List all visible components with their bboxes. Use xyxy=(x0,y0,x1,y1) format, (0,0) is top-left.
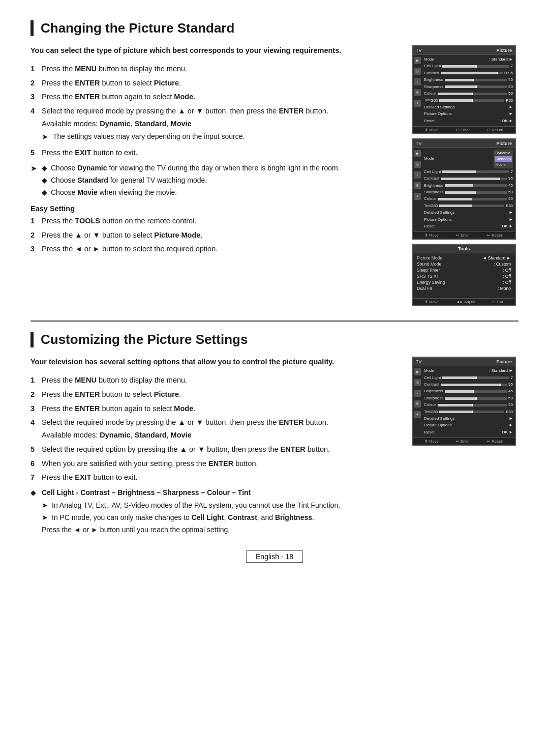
tools-screen: Tools Picture Mode ◄ Standard ► Sound Mo… xyxy=(412,244,516,306)
tv-row3-tint: Tint G50 R50 xyxy=(424,409,513,415)
tv-icon-3-1: ▶ xyxy=(414,368,421,375)
tv-icon-3: ♪ xyxy=(414,78,421,85)
section1-diamonds: ➤ ◆ Choose Dynamic for viewing the TV du… xyxy=(30,163,402,199)
tools-row-srs: SRS TS XT : Off xyxy=(417,274,511,279)
tv-screen-2: TV Picture ▶ ◎ ♪ ⚙ ✦ Mode Dynamic Sta xyxy=(412,138,516,240)
tv-row3-contrast: Contrast 95 xyxy=(424,382,513,388)
easy-step-1: 1 Press the TOOLS button on the remote c… xyxy=(30,216,402,227)
tools-row-sleeptimer: Sleep Timer : Off xyxy=(417,268,511,273)
tv-row2-celllight: Cell Light 7 xyxy=(424,169,513,175)
tv-row-tint: Tint G50 R50 xyxy=(424,97,513,103)
tv-screen-2-icons: ▶ ◎ ♪ ⚙ ✦ xyxy=(413,148,422,231)
tv-row2-pictureoptions: Picture Options ► xyxy=(424,217,513,223)
tv-screen-1-footer: ⬆ Move ↵ Enter ↩ Return xyxy=(413,126,515,133)
section2-left-col: Your television has several setting opti… xyxy=(30,357,402,537)
tv-icon-3-3: ♪ xyxy=(414,390,421,397)
tv-row3-pictureoptions: Picture Options ► xyxy=(424,422,513,428)
tv-row2-sharpness: Sharpness 50 xyxy=(424,189,513,195)
easy-setting-label: Easy Setting xyxy=(30,205,402,213)
s2-note2: ➤ In PC mode, you can only make changes … xyxy=(42,512,402,523)
tools-row-energysaving: Energy Saving : Off xyxy=(417,280,511,285)
tools-screen-body: Picture Mode ◄ Standard ► Sound Mode : C… xyxy=(413,253,515,298)
tv-icon-2: ◎ xyxy=(414,68,421,75)
tv-screen-1-header: TV Picture xyxy=(413,46,515,55)
tv-icon-2-1: ▶ xyxy=(414,150,421,157)
easy-step-2: 2 Press the ▲ or ▼ button to select Pict… xyxy=(30,230,402,241)
tools-row-soundmode: Sound Mode : Custom xyxy=(417,261,511,267)
tv-row2-tint: Tint G50 R50 xyxy=(424,203,513,209)
s2-step-4: 4 Select the required mode by pressing t… xyxy=(30,417,402,441)
tv-screen-1-icons: ▶ ◎ ♪ ⚙ ✦ xyxy=(413,55,422,126)
s2-note3: Press the ◄ or ► button until you reach … xyxy=(42,525,402,535)
tv-row-mode: Mode : Standard ► xyxy=(424,56,513,63)
easy-step-3: 3 Press the ◄ or ► button to select the … xyxy=(30,244,402,255)
tv-row-brightness: Brightness 45 xyxy=(424,77,513,83)
tv-screen-2-content: Mode Dynamic Standard Movie Cell Light 7 xyxy=(422,148,515,231)
section1-intro: You can select the type of picture which… xyxy=(30,45,402,56)
tv-icon-3-2: ◎ xyxy=(414,379,421,386)
tv-icon-2-3: ♪ xyxy=(414,171,421,179)
tv-row3-celllight: Cell Light 7 xyxy=(424,375,513,381)
tv-row-reset: Reset : OK ► xyxy=(424,118,513,124)
section2-right-col: TV Picture ▶ ◎ ♪ ⚙ ✦ Mode : Standard ► xyxy=(412,357,518,537)
tv-screen-3: TV Picture ▶ ◎ ♪ ⚙ ✦ Mode : Standard ► xyxy=(412,357,516,446)
tv-row3-mode: Mode : Standard ► xyxy=(424,368,513,374)
section1-title: Changing the Picture Standard xyxy=(30,20,518,36)
section1-right-col: TV Picture ▶ ◎ ♪ ⚙ ✦ Mode : Standard ► xyxy=(412,45,518,306)
tv-row-celllight: Cell Light 7 xyxy=(424,63,513,69)
tv-row-pictureoptions: Picture Options ► xyxy=(424,111,513,117)
tv-row2-brightness: Brightness 45 xyxy=(424,183,513,189)
section1-left-col: You can select the type of picture which… xyxy=(30,45,402,306)
tv-row-sharpness: Sharpness 50 xyxy=(424,84,513,90)
tv-row2-contrast: Contrast 95 xyxy=(424,176,513,182)
tv-screen-3-icons: ▶ ◎ ♪ ⚙ ✦ xyxy=(413,366,422,438)
tv-screen-1: TV Picture ▶ ◎ ♪ ⚙ ✦ Mode : Standard ► xyxy=(412,45,516,134)
tv-row3-colour: Colour 50 xyxy=(424,402,513,408)
tv-screen-1-body: ▶ ◎ ♪ ⚙ ✦ Mode : Standard ► Cell Light 7 xyxy=(413,55,515,126)
section1-steps: 1 Press the MENU button to display the m… xyxy=(30,64,402,159)
tv-icon-1: ▶ xyxy=(414,57,421,64)
s2-step-5: 5 Select the required option by pressing… xyxy=(30,444,402,455)
s2-step-1: 1 Press the MENU button to display the m… xyxy=(30,375,402,386)
tv-icon-2-4: ⚙ xyxy=(414,182,421,189)
tv-row3-reset: Reset : OK ► xyxy=(424,429,513,435)
tv-row3-detailed: Detailed Settings ► xyxy=(424,416,513,422)
s2-note1: ➤ In Analog TV, Ext., AV, S-Video modes … xyxy=(42,500,402,511)
tv-row-colour: Colour 50 xyxy=(424,91,513,97)
tv-screen-3-header: TV Picture xyxy=(413,358,515,366)
tv-icon-2-2: ◎ xyxy=(414,161,421,168)
step-1-2: 2 Press the ENTER button to select Pictu… xyxy=(30,78,402,89)
tv-screen-3-content: Mode : Standard ► Cell Light 7 Contrast … xyxy=(422,366,515,438)
s2-step-3: 3 Press the ENTER button again to select… xyxy=(30,403,402,415)
tools-screen-footer: ⬆ Move ◄► Adjust ↩ Exit xyxy=(413,298,515,305)
tv-row-contrast: Contrast D 95 xyxy=(424,70,513,76)
step-1-4: 4 Select the required mode by pressing t… xyxy=(30,106,402,144)
tv-screen-2-footer: ⬆ Move ↵ Enter ↩ Return xyxy=(413,231,515,239)
tv-row3-sharpness: Sharpness 50 xyxy=(424,395,513,401)
section2-diamond: ◆ Cell Light - Contrast – Brightness – S… xyxy=(30,487,402,535)
section2-steps: 1 Press the MENU button to display the m… xyxy=(30,375,402,483)
tv-screen-2-header: TV Picture xyxy=(413,139,515,148)
tv-row2-detailed: Detailed Settings ► xyxy=(424,210,513,216)
tv-icon-2-5: ✦ xyxy=(414,193,421,200)
step-1-3: 3 Press the ENTER button again to select… xyxy=(30,92,402,103)
tv-row2-reset: Reset : OK ► xyxy=(424,223,513,229)
section-divider xyxy=(30,321,518,322)
tv-row3-brightness: Brightness 45 xyxy=(424,388,513,394)
tv-icon-5: ✦ xyxy=(414,100,421,107)
s2-diamond1: ◆ Cell Light - Contrast – Brightness – S… xyxy=(30,487,402,498)
easy-setting-steps: 1 Press the TOOLS button on the remote c… xyxy=(30,216,402,255)
page-number-text: English - 18 xyxy=(246,550,303,563)
tv-screen-1-content: Mode : Standard ► Cell Light 7 Contrast … xyxy=(422,55,515,126)
s2-step-6: 6 When you are satisfied with your setti… xyxy=(30,458,402,470)
tv-screen-3-body: ▶ ◎ ♪ ⚙ ✦ Mode : Standard ► Cell Light 7 xyxy=(413,366,515,438)
tv-row2-colour: Colour 50 xyxy=(424,196,513,202)
tools-row-dual: Dual I-II : Mono xyxy=(417,286,511,291)
tv-icon-3-4: ⚙ xyxy=(414,400,421,408)
section2-intro: Your television has several setting opti… xyxy=(30,357,402,368)
tv-screen-2-body: ▶ ◎ ♪ ⚙ ✦ Mode Dynamic Standard Movie xyxy=(413,148,515,231)
s2-step-7: 7 Press the EXIT button to exit. xyxy=(30,472,402,483)
page-number: English - 18 xyxy=(30,553,518,561)
tv-icon-3-5: ✦ xyxy=(414,411,421,418)
step-1-1: 1 Press the MENU button to display the m… xyxy=(30,64,402,75)
